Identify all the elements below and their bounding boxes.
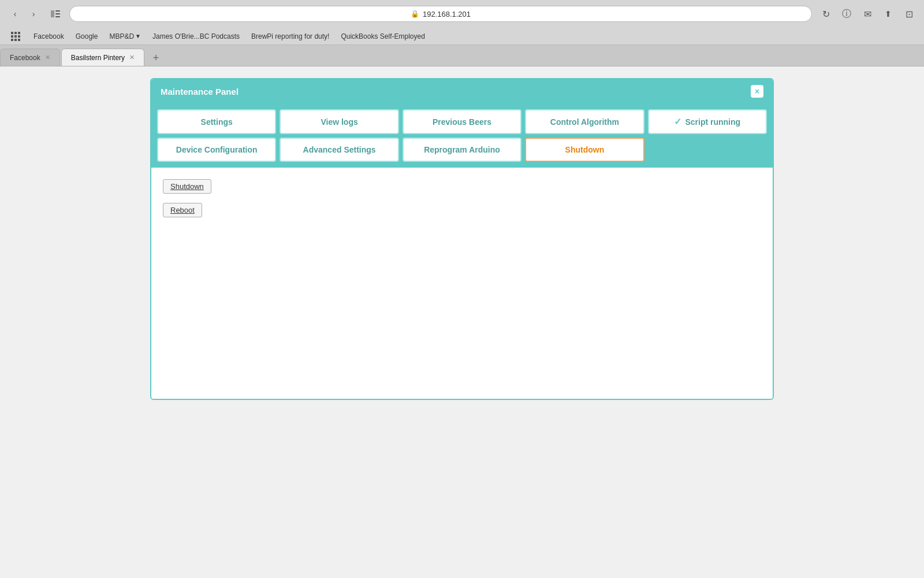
sidebar-toggle-button[interactable] (47, 6, 64, 22)
reboot-action-button[interactable]: Reboot (163, 203, 202, 217)
lock-icon: 🔒 (411, 10, 419, 18)
forward-button[interactable]: › (25, 6, 42, 22)
nav-advancedsettings-button[interactable]: Advanced Settings (280, 138, 398, 162)
panel-close-button[interactable]: × (751, 85, 763, 98)
svg-rect-3 (55, 16, 60, 17)
tab-close-basilstern[interactable]: ✕ (129, 54, 135, 61)
svg-rect-4 (11, 32, 13, 34)
toolbar-right: ↻ ⓘ ✉ ⬆ ⊡ (818, 6, 917, 22)
nav-settings-button[interactable]: Settings (157, 109, 276, 134)
tab-close-facebook[interactable]: ✕ (45, 54, 50, 61)
svg-rect-10 (11, 39, 13, 41)
bookmark-google[interactable]: Google (71, 31, 103, 42)
nav-previousbeers-button[interactable]: Previous Beers (403, 109, 521, 134)
svg-rect-6 (18, 32, 20, 34)
bookmark-jamesob[interactable]: James O'Brie...BC Podcasts (148, 31, 244, 42)
mail-button[interactable]: ✉ (859, 6, 875, 22)
info-button[interactable]: ⓘ (839, 6, 855, 22)
tabs-bar: Facebook ✕ Basilstern Pintery ✕ + (0, 45, 924, 66)
nav-viewlogs-button[interactable]: View logs (280, 109, 398, 134)
svg-rect-0 (51, 10, 54, 17)
expand-button[interactable]: ⊡ (901, 6, 917, 22)
reload-button[interactable]: ↻ (818, 6, 834, 22)
apps-grid-icon[interactable] (9, 30, 22, 43)
svg-rect-8 (14, 35, 17, 38)
svg-rect-12 (18, 39, 20, 41)
bookmark-facebook[interactable]: Facebook (29, 31, 69, 42)
panel-title: Maintenance Panel (161, 87, 239, 97)
svg-rect-2 (55, 13, 60, 14)
bookmark-quickbooks[interactable]: QuickBooks Self-Employed (336, 31, 429, 42)
nav-controlalgorithm-button[interactable]: Control Algorithm (525, 109, 644, 134)
browser-toolbar: ‹ › 🔒 192.168.1.201 ↻ ⓘ ✉ ⬆ ⊡ (0, 0, 924, 28)
svg-rect-9 (18, 35, 20, 38)
nav-scriptrunning-button[interactable]: ✓ Script running (648, 109, 767, 134)
nav-empty-slot (648, 138, 767, 162)
panel-body: Shutdown Reboot (151, 168, 773, 399)
tab-basilstern[interactable]: Basilstern Pintery ✕ (61, 49, 144, 66)
browser-chrome: ‹ › 🔒 192.168.1.201 ↻ ⓘ ✉ ⬆ ⊡ (0, 0, 924, 66)
svg-rect-5 (14, 32, 17, 34)
maintenance-panel: Maintenance Panel × Settings View logs P… (150, 78, 774, 400)
bookmarks-bar: Facebook Google MBP&D ▼ James O'Brie...B… (0, 28, 924, 45)
back-button[interactable]: ‹ (7, 6, 23, 22)
tab-facebook[interactable]: Facebook ✕ (0, 49, 60, 66)
nav-buttons: ‹ › (7, 6, 42, 22)
bookmark-mbpd[interactable]: MBP&D ▼ (105, 31, 146, 42)
nav-deviceconfig-button[interactable]: Device Configuration (157, 138, 276, 162)
nav-grid: Settings View logs Previous Beers Contro… (151, 103, 773, 168)
page-content: Maintenance Panel × Settings View logs P… (0, 66, 924, 578)
check-icon: ✓ (674, 116, 681, 127)
new-tab-button[interactable]: + (148, 50, 164, 66)
nav-reprogramarduino-button[interactable]: Reprogram Arduino (403, 138, 521, 162)
shutdown-action-button[interactable]: Shutdown (163, 179, 211, 194)
bookmark-brewpi[interactable]: BrewPi reporting for duty! (247, 31, 334, 42)
svg-rect-11 (14, 39, 17, 41)
address-text: 192.168.1.201 (423, 10, 471, 18)
svg-rect-1 (55, 10, 60, 12)
svg-rect-7 (11, 35, 13, 38)
dropdown-arrow-icon: ▼ (135, 33, 141, 39)
address-bar[interactable]: 🔒 192.168.1.201 (69, 6, 812, 22)
share-button[interactable]: ⬆ (880, 6, 896, 22)
panel-header: Maintenance Panel × (151, 79, 773, 103)
nav-shutdown-button[interactable]: Shutdown (525, 138, 644, 162)
